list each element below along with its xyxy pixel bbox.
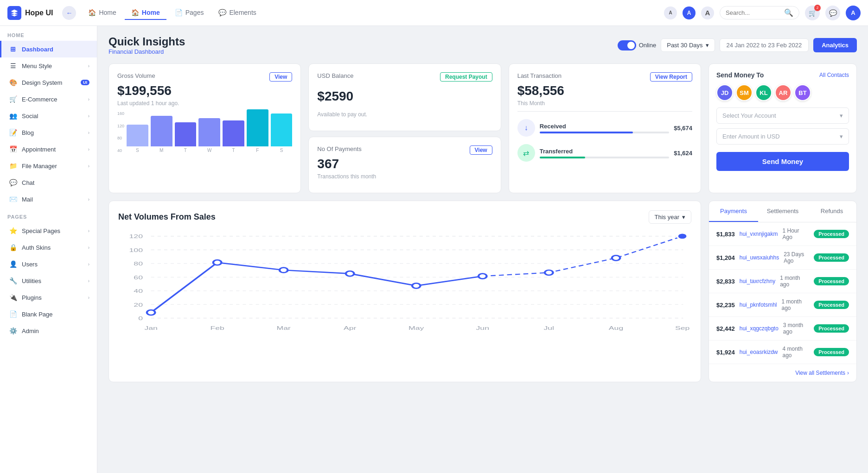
payment-row: $1,924 hui_eoasrkizdw 4 month ago Proces…	[709, 341, 856, 364]
contact-avatar-1[interactable]: JD	[716, 84, 733, 101]
chart-period-dropdown[interactable]: This year ▾	[649, 210, 691, 224]
net-volumes-card: Net Volumes From Sales This year ▾	[108, 201, 701, 382]
last-transaction-header: Last Transaction View Report	[517, 72, 692, 82]
menu-style-icon: ☰	[9, 62, 17, 70]
received-row: ↓ Received $5,674	[517, 115, 692, 140]
bar-x-label: W	[207, 148, 211, 153]
y-label-120: 120	[117, 124, 124, 128]
sidebar-item-label: Special Pages	[22, 227, 83, 234]
cart-icon-btn[interactable]: 🛒 2	[805, 6, 820, 20]
sidebar-item-auth-skins[interactable]: 🔒 Auth Skins ›	[0, 239, 97, 256]
sidebar: HOME ⊞ Dashboard ☰ Menu Style › 🎨 Design…	[0, 26, 97, 473]
svg-text:Apr: Apr	[344, 325, 357, 331]
payments-sub: Transactions this month	[317, 173, 492, 180]
sidebar-item-menu-style[interactable]: ☰ Menu Style ›	[0, 57, 97, 74]
payment-id[interactable]: hui_xqgczqbgto	[740, 325, 779, 332]
sidebar-item-special-pages[interactable]: ⭐ Special Pages ›	[0, 222, 97, 239]
sidebar-item-ecommerce[interactable]: 🛒 E-Commerce ›	[0, 91, 97, 107]
period-dropdown[interactable]: Past 30 Days ▾	[661, 38, 715, 52]
payment-id[interactable]: hui_eoasrkizdw	[740, 349, 778, 355]
payments-view-link[interactable]: View	[470, 145, 492, 155]
payment-id[interactable]: hui_vxnnjigakm	[740, 231, 778, 237]
svg-point-14	[147, 310, 155, 315]
back-button[interactable]: ←	[62, 6, 76, 20]
app-name: Hope UI	[25, 9, 53, 17]
tab-payments[interactable]: Payments	[709, 201, 758, 222]
online-toggle[interactable]	[618, 40, 636, 50]
chevron-down-icon: ▾	[840, 112, 843, 119]
sidebar-item-utilities[interactable]: 🔧 Utilities ›	[0, 272, 97, 289]
payment-id[interactable]: hui_uwsxaiuhhs	[740, 254, 779, 261]
payment-amount: $2,442	[716, 325, 735, 332]
sidebar-item-dashboard[interactable]: ⊞ Dashboard	[0, 41, 97, 57]
chevron-right-icon: ›	[88, 245, 89, 250]
last-transaction-amount: $58,556	[517, 83, 692, 98]
transferred-icon: ⇄	[517, 144, 535, 162]
view-report-link[interactable]: View Report	[650, 72, 692, 82]
request-payout-link[interactable]: Request Payout	[440, 72, 492, 82]
sidebar-item-label: Users	[22, 261, 83, 268]
chat-icon-btn[interactable]: 💬	[825, 6, 840, 20]
chat-icon: 💬	[9, 178, 17, 187]
contact-avatar-5[interactable]: BT	[794, 84, 811, 101]
user-avatar[interactable]: A	[846, 6, 861, 20]
sidebar-item-social[interactable]: 👥 Social ›	[0, 107, 97, 124]
sidebar-item-mail[interactable]: ✉️ Mail ›	[0, 191, 97, 208]
contact-avatar-2[interactable]: SM	[736, 84, 753, 101]
nav-tab-home-2[interactable]: 🏠 Home	[125, 6, 166, 20]
bar-column: T	[175, 122, 197, 153]
chevron-right-icon: ›	[88, 228, 89, 233]
nav-tab-elements[interactable]: 💬 Elements	[212, 6, 262, 20]
select-account-field[interactable]: Select Your Account ▾	[716, 107, 849, 124]
chart-title: Net Volumes From Sales	[118, 212, 216, 222]
sidebar-item-users[interactable]: 👤 Users ›	[0, 256, 97, 272]
payment-status-badge: Processed	[814, 348, 849, 356]
chevron-right-icon: ›	[88, 262, 89, 267]
payments-card: Payments Settlements Refunds $1,833 hui_…	[708, 201, 857, 382]
logo-area: Hope UI	[7, 6, 53, 20]
bars-area: SMTWTFS	[127, 111, 292, 153]
font-large-btn[interactable]: A	[701, 6, 714, 19]
enter-amount-field[interactable]: Enter Amount in USD ▾	[716, 128, 849, 145]
send-money-button[interactable]: Send Money	[716, 152, 849, 171]
payment-id[interactable]: hui_pknfotsmhl	[740, 302, 777, 308]
auth-icon: 🔒	[9, 243, 17, 252]
divider	[517, 111, 692, 112]
gross-volume-view-link[interactable]: View	[269, 72, 292, 82]
sidebar-item-design-system[interactable]: 🎨 Design System UI	[0, 74, 97, 91]
all-contacts-link[interactable]: All Contacts	[819, 72, 849, 78]
payment-status-badge: Processed	[814, 324, 849, 333]
bar-column: T	[223, 120, 244, 153]
sidebar-item-appointment[interactable]: 📅 Appointment ›	[0, 141, 97, 158]
payments-number: 367	[317, 157, 492, 171]
sidebar-item-blank-page[interactable]: 📄 Blank Page	[0, 306, 97, 322]
last-transaction-period: This Month	[517, 100, 692, 107]
payment-id[interactable]: hui_taxrcfzhny	[740, 278, 775, 284]
font-medium-btn[interactable]: A	[683, 6, 696, 19]
tab-refunds[interactable]: Refunds	[807, 201, 856, 222]
sidebar-item-label: Auth Skins	[22, 244, 83, 251]
svg-point-22	[677, 233, 687, 239]
analytics-button[interactable]: Analytics	[813, 38, 857, 52]
sidebar-item-plugins[interactable]: 🔌 Plugins ›	[0, 289, 97, 306]
ecommerce-icon: 🛒	[9, 95, 17, 103]
nav-tab-home-1[interactable]: 🏠 Home	[82, 6, 122, 20]
tab-settlements[interactable]: Settlements	[758, 201, 807, 222]
svg-text:Jun: Jun	[476, 325, 489, 331]
view-all-settlements[interactable]: View all Settlements ›	[709, 364, 856, 382]
svg-text:60: 60	[134, 275, 143, 280]
contact-avatar-3[interactable]: KL	[755, 84, 772, 101]
users-icon: 👤	[9, 260, 17, 268]
usd-balance-header: USD Balance Request Payout	[317, 72, 492, 82]
chevron-right-icon: ›	[88, 147, 89, 152]
sidebar-item-file-manager[interactable]: 📁 File Manager ›	[0, 158, 97, 174]
sidebar-item-chat[interactable]: 💬 Chat	[0, 174, 97, 191]
sidebar-item-blog[interactable]: 📝 Blog ›	[0, 124, 97, 141]
sidebar-item-admin[interactable]: ⚙️ Admin	[0, 322, 97, 339]
font-small-btn[interactable]: A	[664, 6, 677, 19]
usd-balance-amount: $2590	[317, 89, 492, 104]
search-input[interactable]	[726, 9, 781, 16]
nav-tab-pages[interactable]: 📄 Pages	[168, 6, 211, 20]
y-label-160: 160	[117, 111, 124, 116]
contact-avatar-4[interactable]: AR	[775, 84, 791, 101]
